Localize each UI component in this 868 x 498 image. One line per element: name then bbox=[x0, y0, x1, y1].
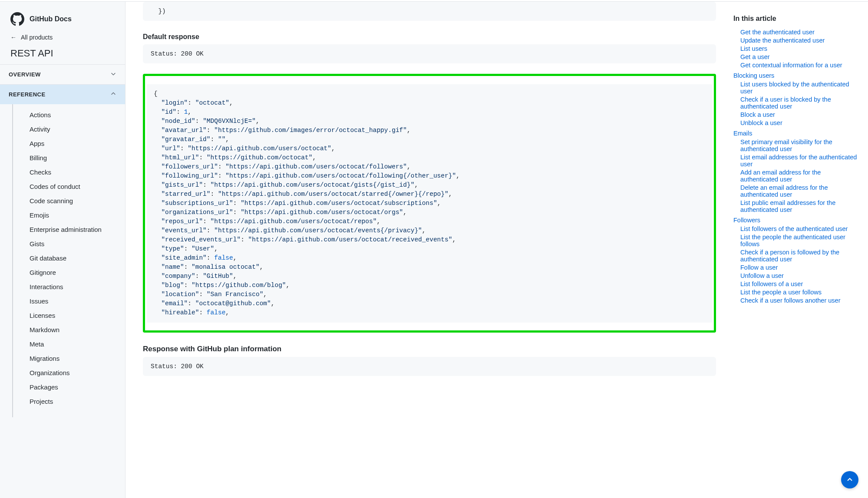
toc-link[interactable]: List email addresses for the authenticat… bbox=[740, 154, 857, 168]
toc-link[interactable]: List the people a user follows bbox=[740, 289, 822, 296]
status-ok-block-2: Status: 200 OK bbox=[143, 357, 716, 376]
toc-link[interactable]: Block a user bbox=[740, 111, 775, 118]
sidebar-item[interactable]: Activity bbox=[23, 122, 125, 136]
toc-link[interactable]: Unfollow a user bbox=[740, 272, 784, 279]
toc-link[interactable]: Check if a user is blocked by the authen… bbox=[740, 96, 831, 110]
sidebar-heading[interactable]: REST API bbox=[0, 44, 125, 64]
sidebar-item[interactable]: Issues bbox=[23, 294, 125, 308]
sidebar-item[interactable]: Codes of conduct bbox=[23, 179, 125, 194]
toc-link[interactable]: Get a user bbox=[740, 53, 770, 60]
nav-section-label: OVERVIEW bbox=[9, 71, 41, 78]
toc-link[interactable]: Get the authenticated user bbox=[740, 29, 815, 36]
sidebar-item[interactable]: Packages bbox=[23, 380, 125, 394]
main: }) Default response Status: 200 OK { "lo… bbox=[125, 2, 868, 498]
toc-link[interactable]: Set primary email visibility for the aut… bbox=[740, 139, 832, 152]
nav-section-reference[interactable]: REFERENCE bbox=[0, 84, 125, 104]
chevron-up-icon bbox=[110, 91, 116, 98]
toc-link[interactable]: List the people the authenticated user f… bbox=[740, 234, 845, 247]
arrow-left-icon: ← bbox=[10, 34, 17, 41]
chevron-up-icon bbox=[846, 476, 853, 483]
toc-title: In this article bbox=[733, 15, 858, 23]
article-content: }) Default response Status: 200 OK { "lo… bbox=[125, 2, 733, 498]
response-json: { "login": "octocat", "id": 1, "node_id"… bbox=[147, 84, 712, 323]
back-to-top-button[interactable] bbox=[841, 471, 858, 488]
toc-section-link[interactable]: Emails bbox=[733, 130, 858, 137]
sidebar-item[interactable]: Code scanning bbox=[23, 194, 125, 208]
sidebar-item[interactable]: Checks bbox=[23, 165, 125, 179]
toc-link[interactable]: Get contextual information for a user bbox=[740, 62, 842, 69]
sidebar-item[interactable]: Interactions bbox=[23, 280, 125, 294]
sidebar-item[interactable]: Enterprise administration bbox=[23, 222, 125, 237]
sidebar-item[interactable]: Licenses bbox=[23, 308, 125, 323]
toc-link[interactable]: Unblock a user bbox=[740, 119, 782, 126]
nav-section-overview[interactable]: OVERVIEW bbox=[0, 64, 125, 84]
sidebar-item[interactable]: Organizations bbox=[23, 366, 125, 380]
sidebar-item[interactable]: Apps bbox=[23, 136, 125, 151]
toc-link[interactable]: List users blocked by the authenticated … bbox=[740, 81, 849, 95]
sidebar: GitHub Docs ← All products REST API OVER… bbox=[0, 2, 125, 498]
sidebar-item[interactable]: Meta bbox=[23, 337, 125, 351]
nav-section-label: REFERENCE bbox=[9, 91, 46, 98]
sidebar-item[interactable]: Projects bbox=[23, 394, 125, 409]
sidebar-item[interactable]: Markdown bbox=[23, 323, 125, 337]
toc-link[interactable]: Delete an email address for the authenti… bbox=[740, 184, 828, 198]
toc-link[interactable]: Update the authenticated user bbox=[740, 37, 825, 44]
code-snippet-top: }) bbox=[143, 2, 716, 21]
sidebar-item[interactable]: Emojis bbox=[23, 208, 125, 222]
toc-link[interactable]: Add an email address for the authenticat… bbox=[740, 169, 821, 183]
sidebar-header: GitHub Docs bbox=[0, 2, 125, 33]
github-logo-icon[interactable] bbox=[10, 12, 24, 26]
toc-section-link[interactable]: Blocking users bbox=[733, 72, 858, 79]
app-root: GitHub Docs ← All products REST API OVER… bbox=[0, 2, 868, 498]
status-ok-block: Status: 200 OK bbox=[143, 44, 716, 63]
toc-section-link[interactable]: Followers bbox=[733, 217, 858, 224]
all-products-label: All products bbox=[21, 34, 53, 41]
toc-link[interactable]: List users bbox=[740, 45, 767, 52]
sidebar-item[interactable]: Actions bbox=[23, 108, 125, 122]
all-products-link[interactable]: ← All products bbox=[0, 33, 125, 44]
toc-list: Get the authenticated userUpdate the aut… bbox=[733, 29, 858, 304]
toc-link[interactable]: List followers of the authenticated user bbox=[740, 225, 848, 232]
sidebar-item[interactable]: Gists bbox=[23, 237, 125, 251]
toc-link[interactable]: Check if a user follows another user bbox=[740, 297, 841, 304]
brand-title[interactable]: GitHub Docs bbox=[30, 15, 72, 23]
toc-link[interactable]: List public email addresses for the auth… bbox=[740, 199, 835, 213]
toc: In this article Get the authenticated us… bbox=[733, 2, 868, 498]
default-response-heading: Default response bbox=[143, 33, 716, 41]
sidebar-item[interactable]: Migrations bbox=[23, 351, 125, 366]
toc-link[interactable]: Check if a person is followed by the aut… bbox=[740, 249, 839, 263]
highlighted-json-frame: { "login": "octocat", "id": 1, "node_id"… bbox=[143, 74, 716, 333]
toc-link[interactable]: List followers of a user bbox=[740, 280, 803, 287]
sidebar-item[interactable]: Billing bbox=[23, 151, 125, 165]
sidebar-item[interactable]: Gitignore bbox=[23, 265, 125, 280]
plan-response-heading: Response with GitHub plan information bbox=[143, 345, 716, 353]
sidebar-item[interactable]: Git database bbox=[23, 251, 125, 265]
nav-reference-items: ActionsActivityAppsBillingChecksCodes of… bbox=[12, 104, 125, 417]
chevron-down-icon bbox=[110, 71, 116, 78]
toc-link[interactable]: Follow a user bbox=[740, 264, 778, 271]
